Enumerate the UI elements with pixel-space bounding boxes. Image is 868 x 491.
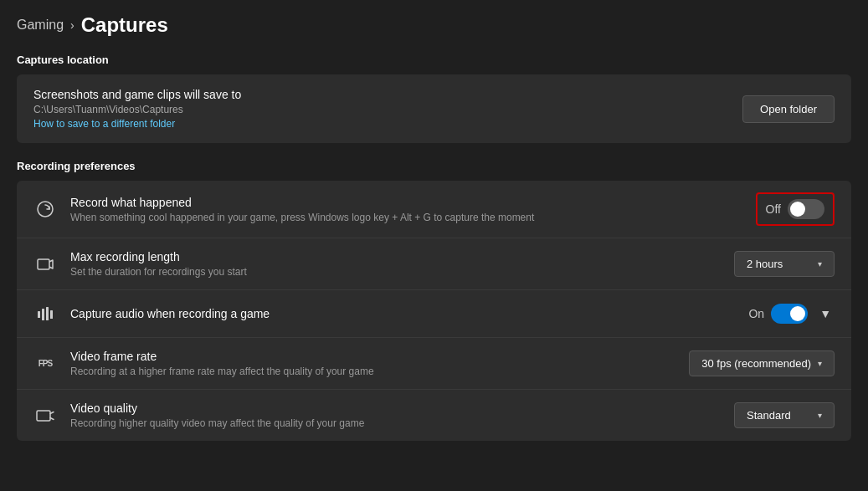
svg-rect-6 xyxy=(37,411,50,421)
record-what-happened-icon xyxy=(33,197,57,221)
max-recording-desc: Set the duration for recordings you star… xyxy=(70,266,247,278)
video-quality-name: Video quality xyxy=(70,401,364,415)
video-quality-desc: Recording higher quality video may affec… xyxy=(70,417,364,429)
video-frame-rate-name: Video frame rate xyxy=(70,350,374,363)
captures-location-card: Screenshots and game clips will save to … xyxy=(17,74,851,143)
audio-toggle[interactable] xyxy=(771,304,808,324)
max-recording-name: Max recording length xyxy=(70,250,247,263)
record-what-happened-desc: When something cool happened in your gam… xyxy=(70,212,534,223)
video-frame-rate-desc: Recording at a higher frame rate may aff… xyxy=(70,366,374,377)
frame-rate-control: 30 fps (recommended) ▾ xyxy=(689,350,835,376)
breadcrumb-separator: › xyxy=(70,18,74,32)
open-folder-button[interactable]: Open folder xyxy=(742,95,835,123)
video-quality-icon xyxy=(33,404,57,427)
record-toggle-label: Off xyxy=(766,202,781,216)
recording-preferences-title: Recording preferences xyxy=(17,160,851,172)
settings-card: Record what happened When something cool… xyxy=(17,181,851,441)
svg-rect-3 xyxy=(42,309,44,320)
setting-left-frame-rate: FPS Video frame rate Recording at a high… xyxy=(33,350,689,377)
video-quality-value: Standard xyxy=(747,409,791,422)
setting-row-record-what-happened: Record what happened When something cool… xyxy=(17,181,851,238)
setting-text-quality: Video quality Recording higher quality v… xyxy=(70,401,364,429)
svg-point-0 xyxy=(38,202,53,217)
setting-row-max-recording: Max recording length Set the duration fo… xyxy=(17,238,851,290)
record-what-happened-name: Record what happened xyxy=(70,196,534,209)
setting-left-quality: Video quality Recording higher quality v… xyxy=(33,401,734,429)
max-recording-control: 2 hours ▾ xyxy=(734,251,835,277)
capture-audio-icon xyxy=(33,302,57,325)
video-frame-rate-icon: FPS xyxy=(33,352,57,376)
setting-text-max-recording: Max recording length Set the duration fo… xyxy=(70,250,247,278)
svg-rect-1 xyxy=(38,259,49,269)
setting-text-frame-rate: Video frame rate Recording at a higher f… xyxy=(70,350,374,377)
record-toggle-container: Off xyxy=(766,199,824,219)
video-quality-control: Standard ▾ xyxy=(734,402,835,428)
svg-rect-4 xyxy=(46,307,49,320)
page-title: Captures xyxy=(81,13,168,37)
audio-expand-button[interactable]: ▼ xyxy=(816,304,835,324)
capture-audio-name: Capture audio when recording a game xyxy=(70,307,270,320)
location-info: Screenshots and game clips will save to … xyxy=(33,88,241,130)
max-recording-dropdown[interactable]: 2 hours ▾ xyxy=(734,251,835,277)
location-path: C:\Users\Tuanm\Videos\Captures xyxy=(33,104,241,115)
audio-toggle-slider xyxy=(771,304,808,324)
max-recording-value: 2 hours xyxy=(747,258,783,270)
different-folder-link[interactable]: How to save to a different folder xyxy=(33,118,241,130)
video-quality-dropdown[interactable]: Standard ▾ xyxy=(734,402,835,428)
setting-row-capture-audio: Capture audio when recording a game On ▼ xyxy=(17,290,851,338)
svg-rect-5 xyxy=(50,310,53,319)
setting-left-audio: Capture audio when recording a game xyxy=(33,302,748,325)
capture-audio-control: On ▼ xyxy=(748,304,835,324)
setting-text-record: Record what happened When something cool… xyxy=(70,196,534,223)
record-toggle-slider xyxy=(788,199,824,219)
page-header: Gaming › Captures xyxy=(0,0,868,45)
captures-location-title: Captures location xyxy=(17,54,851,66)
frame-rate-chevron: ▾ xyxy=(818,359,822,368)
record-toggle[interactable] xyxy=(788,199,824,219)
video-quality-chevron: ▾ xyxy=(818,411,822,420)
record-what-happened-control: Off xyxy=(756,192,835,226)
setting-left-record: Record what happened When something cool… xyxy=(33,196,756,223)
audio-toggle-label: On xyxy=(748,307,764,320)
main-content: Captures location Screenshots and game c… xyxy=(0,45,868,461)
frame-rate-dropdown[interactable]: 30 fps (recommended) ▾ xyxy=(689,350,835,376)
setting-text-audio: Capture audio when recording a game xyxy=(70,307,270,320)
location-description: Screenshots and game clips will save to xyxy=(33,88,241,101)
breadcrumb-gaming[interactable]: Gaming xyxy=(17,18,64,33)
setting-row-video-quality: Video quality Recording higher quality v… xyxy=(17,390,851,441)
setting-left-max-recording: Max recording length Set the duration fo… xyxy=(33,250,734,278)
svg-rect-2 xyxy=(38,311,40,318)
frame-rate-value: 30 fps (recommended) xyxy=(701,357,811,370)
audio-toggle-container: On xyxy=(748,304,808,324)
setting-row-frame-rate: FPS Video frame rate Recording at a high… xyxy=(17,338,851,390)
max-recording-icon xyxy=(33,253,57,276)
max-recording-chevron: ▾ xyxy=(818,259,822,269)
